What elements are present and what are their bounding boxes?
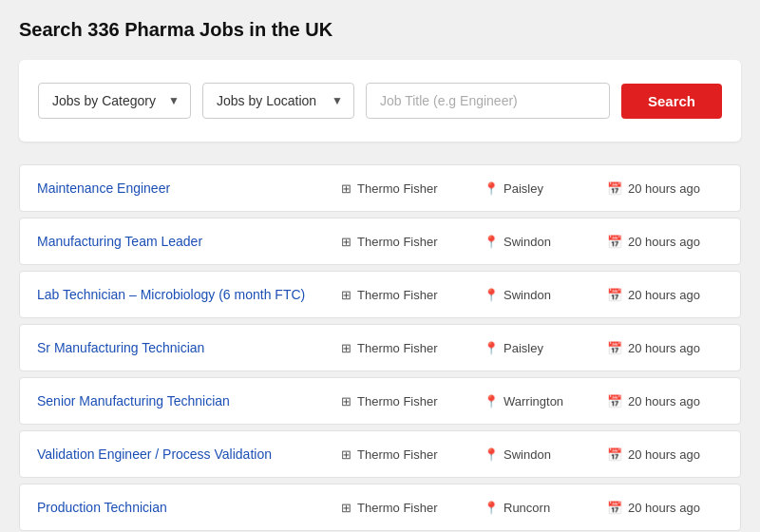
location-pin-icon: 📍 <box>484 235 499 249</box>
job-company: ⊞ Thermo Fisher <box>341 288 484 302</box>
time-ago: 20 hours ago <box>628 235 700 249</box>
job-time: 📅 20 hours ago <box>607 394 723 408</box>
job-title-link[interactable]: Manufacturing Team Leader <box>37 234 341 249</box>
time-ago: 20 hours ago <box>628 394 700 408</box>
company-name: Thermo Fisher <box>357 181 438 196</box>
time-ago: 20 hours ago <box>628 341 700 355</box>
job-location: 📍 Runcorn <box>484 501 607 515</box>
job-title-input[interactable] <box>366 83 610 119</box>
job-title-link[interactable]: Lab Technician – Microbiology (6 month F… <box>37 287 341 302</box>
job-time: 📅 20 hours ago <box>607 181 723 196</box>
job-time: 📅 20 hours ago <box>607 235 723 249</box>
job-card: Sr Manufacturing Technician ⊞ Thermo Fis… <box>19 324 741 371</box>
company-name: Thermo Fisher <box>357 235 438 249</box>
location-pin-icon: 📍 <box>484 341 499 355</box>
company-name: Thermo Fisher <box>357 501 438 515</box>
building-icon: ⊞ <box>341 394 352 408</box>
calendar-icon: 📅 <box>607 501 622 515</box>
time-ago: 20 hours ago <box>628 501 700 515</box>
job-company: ⊞ Thermo Fisher <box>341 394 484 408</box>
location-name: Warrington <box>504 394 563 408</box>
job-location: 📍 Paisley <box>484 341 607 355</box>
calendar-icon: 📅 <box>607 181 622 196</box>
location-name: Swindon <box>504 447 551 462</box>
building-icon: ⊞ <box>341 235 352 249</box>
job-card: Maintenance Engineer ⊞ Thermo Fisher 📍 P… <box>19 164 741 212</box>
job-title-link[interactable]: Sr Manufacturing Technician <box>37 340 341 355</box>
job-card: Production Technician ⊞ Thermo Fisher 📍 … <box>19 484 741 531</box>
job-company: ⊞ Thermo Fisher <box>341 341 484 355</box>
job-card: Senior Manufacturing Technician ⊞ Thermo… <box>19 377 741 425</box>
job-title-link[interactable]: Validation Engineer / Process Validation <box>37 446 341 462</box>
company-name: Thermo Fisher <box>357 447 438 462</box>
building-icon: ⊞ <box>341 501 352 515</box>
job-company: ⊞ Thermo Fisher <box>341 235 484 249</box>
job-time: 📅 20 hours ago <box>607 341 723 355</box>
job-title-link[interactable]: Production Technician <box>37 500 341 515</box>
location-name: Swindon <box>504 235 551 249</box>
search-button[interactable]: Search <box>621 84 722 119</box>
location-pin-icon: 📍 <box>484 447 499 462</box>
job-time: 📅 20 hours ago <box>607 447 723 462</box>
company-name: Thermo Fisher <box>357 394 438 408</box>
search-panel: Jobs by Category ▼ Jobs by Location ▼ Se… <box>19 60 741 142</box>
location-name: Paisley <box>504 341 543 355</box>
job-location: 📍 Swindon <box>484 288 607 302</box>
job-title-link[interactable]: Senior Manufacturing Technician <box>37 393 341 408</box>
calendar-icon: 📅 <box>607 235 622 249</box>
job-location: 📍 Paisley <box>484 181 607 196</box>
calendar-icon: 📅 <box>607 288 622 302</box>
company-name: Thermo Fisher <box>357 288 438 302</box>
time-ago: 20 hours ago <box>628 181 700 196</box>
job-time: 📅 20 hours ago <box>607 288 723 302</box>
job-company: ⊞ Thermo Fisher <box>341 181 484 196</box>
job-card: Validation Engineer / Process Validation… <box>19 430 741 478</box>
job-card: Manufacturing Team Leader ⊞ Thermo Fishe… <box>19 218 741 265</box>
building-icon: ⊞ <box>341 447 352 462</box>
calendar-icon: 📅 <box>607 394 622 408</box>
job-company: ⊞ Thermo Fisher <box>341 447 484 462</box>
location-dropdown-wrapper: Jobs by Location ▼ <box>202 83 354 119</box>
job-time: 📅 20 hours ago <box>607 501 723 515</box>
jobs-list: Maintenance Engineer ⊞ Thermo Fisher 📍 P… <box>19 164 741 532</box>
building-icon: ⊞ <box>341 181 352 196</box>
location-pin-icon: 📍 <box>484 288 499 302</box>
location-pin-icon: 📍 <box>484 501 499 515</box>
location-pin-icon: 📍 <box>484 394 499 408</box>
calendar-icon: 📅 <box>607 341 622 355</box>
location-name: Swindon <box>504 288 551 302</box>
calendar-icon: 📅 <box>607 447 622 462</box>
job-card: Lab Technician – Microbiology (6 month F… <box>19 271 741 318</box>
category-dropdown-wrapper: Jobs by Category ▼ <box>38 83 191 119</box>
page-title: Search 336 Pharma Jobs in the UK <box>19 19 741 41</box>
location-pin-icon: 📍 <box>484 181 499 196</box>
building-icon: ⊞ <box>341 288 352 302</box>
job-location: 📍 Swindon <box>484 235 607 249</box>
time-ago: 20 hours ago <box>628 447 700 462</box>
location-name: Paisley <box>504 181 543 196</box>
company-name: Thermo Fisher <box>357 341 438 355</box>
location-dropdown[interactable]: Jobs by Location <box>202 83 354 119</box>
job-company: ⊞ Thermo Fisher <box>341 501 484 515</box>
location-name: Runcorn <box>504 501 550 515</box>
job-title-link[interactable]: Maintenance Engineer <box>37 180 341 196</box>
job-location: 📍 Warrington <box>484 394 607 408</box>
job-location: 📍 Swindon <box>484 447 607 462</box>
time-ago: 20 hours ago <box>628 288 700 302</box>
category-dropdown[interactable]: Jobs by Category <box>38 83 191 119</box>
building-icon: ⊞ <box>341 341 352 355</box>
